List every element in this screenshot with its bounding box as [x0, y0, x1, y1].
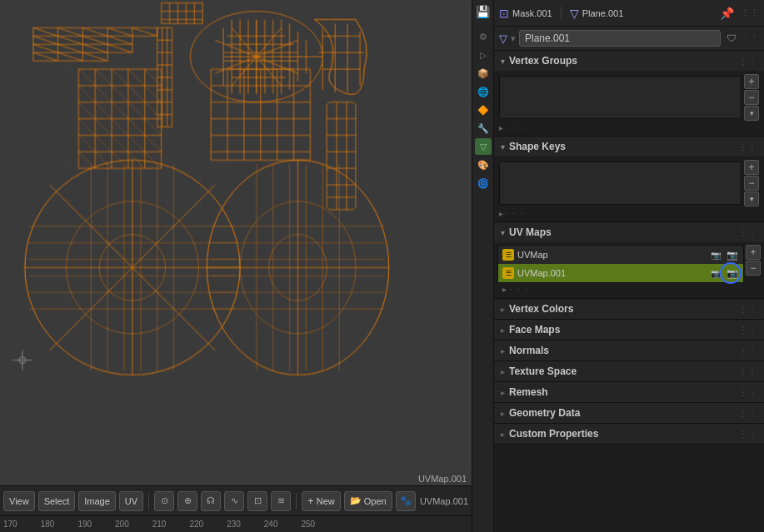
uvmap-name-0: UVMap — [517, 250, 706, 260]
face-maps-section[interactable]: ▸ Face Maps ⋮⋮ — [494, 320, 764, 341]
shape-keys-list-controls: + − ▾ — [744, 160, 759, 206]
shape-keys-list — [499, 162, 742, 205]
uvmap-render-0[interactable]: 📷 — [726, 248, 739, 261]
add-uvmap-btn[interactable]: + — [746, 245, 761, 260]
select-label: Select — [44, 496, 70, 506]
mode-icon-3[interactable]: ☊ — [201, 491, 221, 511]
svg-rect-43 — [327, 102, 356, 210]
object-name-input[interactable] — [519, 30, 721, 47]
open-button[interactable]: 📂 Open — [344, 491, 392, 511]
sk-expand-arrow[interactable]: ▸ — [499, 209, 503, 218]
custom-properties-dots: ⋮⋮ — [739, 430, 757, 439]
uvmap-camera-0[interactable]: 📷 — [709, 248, 722, 261]
mode-icon-5[interactable]: ⊡ — [247, 491, 267, 511]
active-tool-icon[interactable]: ▷ — [475, 47, 492, 63]
mesh-icon: ▽ — [499, 32, 507, 45]
material-icon[interactable]: 🎨 — [475, 157, 492, 173]
physics-icon[interactable]: 🌀 — [475, 175, 492, 191]
modifier-properties-icon[interactable]: 🔧 — [475, 120, 492, 137]
uv-maps-dots: ⋮⋮ — [739, 228, 757, 237]
ruler-mark-210: 210 — [152, 520, 167, 529]
face-maps-arrow: ▸ — [501, 326, 505, 335]
mode-icon-1[interactable]: ⊙ — [154, 491, 174, 511]
uv-expand-arrow[interactable]: ▸ — [502, 285, 507, 294]
image-menu[interactable]: Image — [78, 491, 116, 511]
geometry-data-section[interactable]: ▸ Geometry Data ⋮⋮ — [494, 403, 764, 424]
custom-properties-arrow: ▸ — [501, 430, 505, 439]
shape-keys-expand-row: ▸ · · · — [499, 209, 759, 218]
new-label: New — [317, 496, 335, 506]
save-scene-icon[interactable]: 💾 — [475, 3, 492, 20]
custom-properties-section[interactable]: ▸ Custom Properties ⋮⋮ — [494, 424, 764, 445]
view-label: View — [9, 496, 29, 506]
vertex-groups-title: Vertex Groups — [509, 55, 577, 67]
mesh-data-icon[interactable]: ▽ — [475, 138, 492, 155]
ruler-mark-230: 230 — [227, 520, 241, 529]
vertex-groups-expand-row: ▸ · · · — [499, 123, 759, 132]
ruler-mark-250: 250 — [302, 520, 316, 529]
uv-maps-section: ▾ UV Maps ⋮⋮ ☰ UVMap 📷 — [494, 222, 764, 299]
shape-keys-body: + − ▾ ▸ · · · — [494, 157, 764, 221]
new-button[interactable]: + New — [302, 491, 341, 511]
ruler-mark-240: 240 — [264, 520, 278, 529]
shape-keys-header[interactable]: ▾ Shape Keys ⋮⋮ — [494, 137, 764, 157]
vertex-colors-title: Vertex Colors — [509, 303, 573, 315]
uvmap-item-0[interactable]: ☰ UVMap 📷 📷 — [498, 246, 743, 264]
vertex-groups-arrow: ▾ — [501, 57, 505, 66]
vertex-colors-dots: ⋮⋮ — [739, 305, 757, 314]
ruler: 170 180 190 200 210 220 230 240 250 — [0, 515, 472, 532]
uv-maps-title: UV Maps — [509, 226, 552, 238]
shape-keys-arrow: ▾ — [501, 142, 505, 152]
mode-icon-6[interactable]: ≋ — [271, 491, 291, 511]
normals-section[interactable]: ▸ Normals ⋮⋮ — [494, 341, 764, 361]
add-shape-key-btn[interactable]: + — [744, 160, 759, 175]
uv-maps-header[interactable]: ▾ UV Maps ⋮⋮ — [494, 222, 764, 242]
tool-settings-icon[interactable]: ⚙ — [475, 28, 492, 45]
scene-icon[interactable]: 📦 — [475, 65, 492, 82]
remesh-section[interactable]: ▸ Remesh ⋮⋮ — [494, 382, 764, 403]
uv-menu[interactable]: UV — [119, 491, 143, 511]
vg-expand-arrow[interactable]: ▸ — [499, 123, 503, 132]
uvmap-render-1[interactable]: 📷 — [726, 266, 739, 280]
uvmap-item-1[interactable]: ☰ UVMap.001 📷 📷 — [498, 264, 743, 282]
mode-icon-4[interactable]: ∿ — [224, 491, 244, 511]
normals-arrow: ▸ — [501, 346, 505, 355]
view-menu[interactable]: View — [3, 491, 35, 511]
more-vertex-group-btn[interactable]: ▾ — [744, 106, 759, 121]
mode-icon-2[interactable]: ⊕ — [177, 491, 197, 511]
remove-vertex-group-btn[interactable]: − — [744, 90, 759, 105]
texture-space-title: Texture Space — [509, 365, 577, 377]
ruler-mark-220: 220 — [189, 520, 203, 529]
object-properties-icon[interactable]: 🔶 — [475, 102, 492, 118]
remove-shape-key-btn[interactable]: − — [744, 176, 759, 191]
panel-header: ⊡ Mask.001 ▽ Plane.001 📌 ⋮⋮ — [494, 0, 764, 27]
vertex-groups-header[interactable]: ▾ Vertex Groups ⋮⋮ — [494, 51, 764, 71]
vertex-groups-controls: + − ▾ — [499, 74, 759, 121]
add-vertex-group-btn[interactable]: + — [744, 74, 759, 89]
active-uvmap-display: UVMap.001 — [420, 496, 468, 506]
uvmap-camera-1[interactable]: 📷 — [709, 266, 722, 280]
uv-row-bottom: ▸ · · · — [497, 283, 761, 296]
texture-space-section[interactable]: ▸ Texture Space ⋮⋮ — [494, 361, 764, 382]
ruler-mark-190: 190 — [77, 520, 92, 529]
mesh-dropdown-icon[interactable]: ▾ — [511, 33, 516, 44]
object-header-dots: ⋮⋮ — [742, 34, 759, 42]
vertex-groups-list-controls: + − ▾ — [744, 74, 759, 121]
object-header: ▽ ▾ 🛡 ⋮⋮ — [494, 27, 764, 51]
toolbar-sep-2 — [296, 493, 297, 510]
select-menu[interactable]: Select — [38, 491, 76, 511]
vertex-colors-arrow: ▸ — [501, 305, 505, 314]
navigate-icon[interactable]: 🐾 — [396, 491, 416, 511]
remove-uvmap-btn[interactable]: − — [746, 261, 761, 276]
pin-icon[interactable]: 📌 — [720, 7, 734, 20]
panel-content: ▾ Vertex Groups ⋮⋮ + − ▾ — [494, 51, 764, 532]
world-icon[interactable]: 🌐 — [475, 83, 492, 100]
vertex-colors-section[interactable]: ▸ Vertex Colors ⋮⋮ — [494, 299, 764, 320]
texture-space-arrow: ▸ — [501, 367, 505, 376]
viewport-restrict-icon[interactable]: 🛡 — [724, 31, 739, 46]
vertex-groups-body: + − ▾ ▸ · · · — [494, 71, 764, 136]
vertex-groups-section: ▾ Vertex Groups ⋮⋮ + − ▾ — [494, 51, 764, 137]
more-shape-key-btn[interactable]: ▾ — [744, 191, 759, 206]
normals-title: Normals — [509, 345, 549, 356]
bottom-toolbar: View Select Image UV ⊙ ⊕ ☊ ∿ ⊡ ≋ + New — [0, 485, 472, 515]
